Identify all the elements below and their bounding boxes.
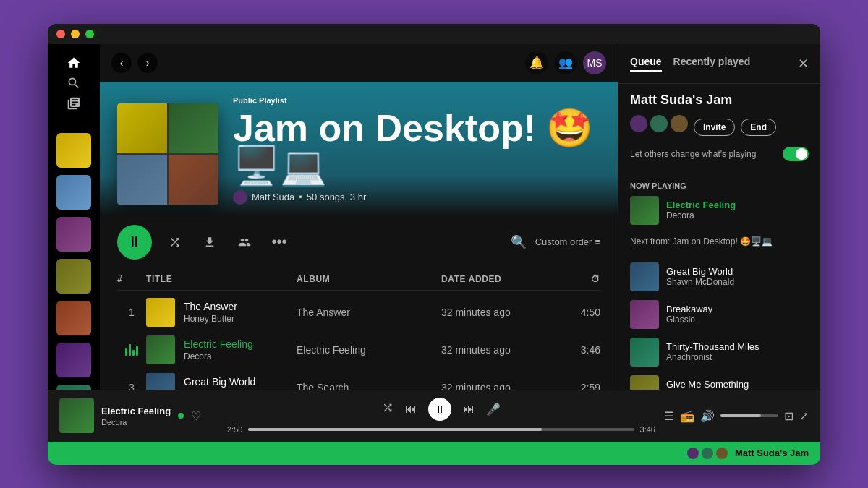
collab-button[interactable] <box>233 231 256 254</box>
sidebar-album-1[interactable] <box>56 133 91 168</box>
sidebar-item-search[interactable] <box>59 76 88 90</box>
tab-queue[interactable]: Queue <box>630 56 662 72</box>
queue-item[interactable]: Breakaway Glassio <box>630 296 809 333</box>
track-info: Great Big World Shawn McDonald <box>146 373 297 390</box>
jam-bar-avatar-3 <box>715 446 729 461</box>
queue-item-thumb <box>630 375 659 390</box>
queue-item-thumb <box>630 262 659 291</box>
bottom-now-playing: Electric Feeling Decora ♡ <box>59 398 218 433</box>
jam-avatar-2 <box>650 115 668 132</box>
forward-button[interactable]: › <box>137 53 158 73</box>
heart-button[interactable]: ♡ <box>191 409 201 423</box>
queue-item[interactable]: Thirty-Thousand Miles Anachronist <box>630 333 809 371</box>
sidebar-album-7[interactable] <box>56 385 91 390</box>
jam-title: Matt Suda's Jam <box>630 93 809 108</box>
notification-button[interactable]: 🔔 <box>525 51 548 74</box>
profile-button[interactable]: MS <box>583 51 606 74</box>
artwork-cell-3 <box>117 155 167 205</box>
track-album: Electric Feeling <box>297 344 441 356</box>
now-playing-title: Electric Feeling <box>666 200 736 210</box>
users-button[interactable]: 👥 <box>554 51 577 74</box>
track-num-cell: 1 <box>117 307 146 318</box>
playing-indicator <box>178 413 184 419</box>
queue-item-artist: Glassio <box>666 314 712 325</box>
playlist-info: Public Playlist Jam on Desktop! 🤩🖥️💻 Mat… <box>233 96 600 205</box>
track-num-cell: 3 <box>117 382 146 390</box>
queue-item[interactable]: Great Big World Shawn McDonald <box>630 258 809 296</box>
next-button[interactable]: ⏭ <box>463 403 475 416</box>
end-button[interactable]: End <box>741 119 776 136</box>
playlist-stats: 50 songs, 3 hr <box>307 192 366 202</box>
now-playing-item[interactable]: Electric Feeling Decora <box>630 196 809 225</box>
progress-fill <box>248 428 541 431</box>
track-duration: 2:59 <box>557 382 600 390</box>
sidebar-album-2[interactable] <box>56 175 91 210</box>
track-row[interactable]: 3 Great Big World Shawn McDonald The Sea… <box>117 369 600 390</box>
volume-fill <box>720 414 761 417</box>
download-button[interactable] <box>198 231 221 254</box>
play-pause-button[interactable]: ⏸ <box>117 225 152 260</box>
queue-button[interactable]: ☰ <box>664 409 674 423</box>
artwork-cell-4 <box>169 155 218 205</box>
queue-item[interactable]: Give Me Something Claude Hay <box>630 371 809 390</box>
volume-bar[interactable] <box>720 414 778 417</box>
tab-recently-played[interactable]: Recently played <box>673 56 751 72</box>
controls-bar: ⏸ ••• 🔍 Custom order ≡ <box>100 216 618 268</box>
sidebar-item-home[interactable] <box>59 56 88 70</box>
track-title: Electric Feeling <box>184 338 253 350</box>
fullscreen-button[interactable] <box>85 30 94 38</box>
shuffle-btn[interactable] <box>382 402 393 416</box>
sidebar-album-6[interactable] <box>56 343 91 377</box>
miniplayer-button[interactable]: ⊡ <box>784 409 793 423</box>
lyrics-button[interactable]: 🎤 <box>486 403 501 416</box>
bottom-track-info: Electric Feeling Decora <box>101 406 171 427</box>
next-from-section: Next from: Jam on Desktop! 🤩🖥️💻 <box>618 231 820 258</box>
volume-button[interactable]: 🔊 <box>700 409 715 423</box>
track-row[interactable]: Electric Feeling Decora Electric Feeling… <box>117 331 600 369</box>
shuffle-button[interactable] <box>163 231 187 254</box>
playlist-artwork <box>117 103 218 205</box>
right-panel: Queue Recently played ✕ Matt Suda's Jam … <box>618 44 820 390</box>
track-list-header: # Title Album Date added ⏱ <box>117 268 600 291</box>
player-right: ☰ 📻 🔊 ⊡ ⤢ <box>664 409 809 423</box>
player-center: ⏮ ⏸ ⏭ 🎤 2:50 3:46 <box>227 398 655 434</box>
bottom-album-art <box>59 398 94 433</box>
track-info: The Answer Honey Butter <box>146 298 297 327</box>
more-options-button[interactable]: ••• <box>268 231 291 254</box>
queue-item-title: Breakaway <box>666 304 712 314</box>
sidebar-album-4[interactable] <box>56 259 91 294</box>
queue-close-button[interactable]: ✕ <box>798 56 809 72</box>
toggle-knob <box>796 148 807 160</box>
invite-button[interactable]: Invite <box>694 119 735 136</box>
header-icons: 🔔 👥 MS <box>525 51 606 74</box>
progress-bar[interactable] <box>248 428 634 431</box>
bottom-track-title: Electric Feeling <box>101 406 171 416</box>
queue-tabs: Queue Recently played <box>630 56 750 72</box>
close-button[interactable] <box>56 30 65 38</box>
track-thumb <box>146 373 175 390</box>
track-artist: Decora <box>184 351 253 361</box>
device-button[interactable]: 📻 <box>680 409 694 423</box>
track-row[interactable]: 1 The Answer Honey Butter The Answer 32 … <box>117 294 600 331</box>
sidebar-album-3[interactable] <box>56 217 91 252</box>
jam-session-bar[interactable]: Matt Suda's Jam <box>48 442 820 465</box>
fullscreen-btn[interactable]: ⤢ <box>799 409 809 423</box>
bottom-player: Electric Feeling Decora ♡ ⏮ ⏸ ⏭ 🎤 2:50 <box>48 390 820 442</box>
back-button[interactable]: ‹ <box>111 53 132 73</box>
time-total: 3:46 <box>640 425 655 434</box>
jam-bar-avatar-2 <box>700 446 715 461</box>
track-search-button[interactable]: 🔍 <box>511 234 527 250</box>
track-date: 32 minutes ago <box>441 307 557 318</box>
nav-buttons: ‹ › <box>111 53 158 73</box>
sidebar-album-5[interactable] <box>56 301 91 335</box>
controls-right: 🔍 Custom order ≡ <box>511 234 600 250</box>
custom-order-button[interactable]: Custom order ≡ <box>535 236 600 247</box>
jam-avatars <box>630 115 688 132</box>
playing-bars-icon <box>125 344 138 356</box>
sidebar-item-library[interactable] <box>59 96 88 111</box>
minimize-button[interactable] <box>71 30 80 38</box>
prev-button[interactable]: ⏮ <box>405 403 417 416</box>
jam-settings-toggle[interactable] <box>783 147 809 161</box>
main-header: ‹ › 🔔 👥 MS <box>100 44 618 82</box>
bottom-play-pause-button[interactable]: ⏸ <box>428 398 451 421</box>
